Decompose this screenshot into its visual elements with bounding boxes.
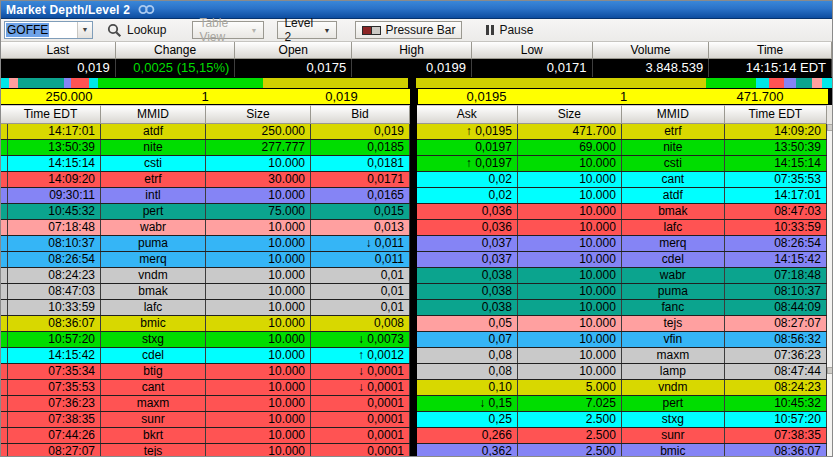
table-row[interactable]: 07:36:23maxm10.0000,0001 [1, 396, 410, 412]
pressure-bar-icon [362, 26, 381, 35]
bid-pressure-segments [1, 78, 408, 88]
table-row[interactable]: 14:17:01atdf250.0000,019 [1, 124, 410, 140]
bid-time-cell: 10:33:59 [8, 300, 101, 315]
table-row[interactable]: 0,252.500stxg10:57:20 [417, 412, 827, 428]
table-row[interactable]: ↑ 0,019710.000csti14:15:14 [417, 156, 827, 172]
depth-header-cell[interactable]: MMID [622, 105, 725, 124]
table-row[interactable]: 14:15:42cdel10.000↑ 0,0012 [1, 348, 410, 364]
table-row[interactable]: 10:57:20stxg10.000↓ 0,0073 [1, 332, 410, 348]
ask-mmid-cell: cdel [622, 252, 725, 267]
bid-price-cell: ↓ 0,0073 [311, 332, 410, 347]
pressure-segment [64, 78, 71, 88]
table-row[interactable]: 0,0210.000atdf14:17:01 [417, 188, 827, 204]
table-row[interactable]: 0,0510.000tejs08:27:07 [417, 316, 827, 332]
table-row[interactable]: 09:30:11intl10.0000,0165 [1, 188, 410, 204]
table-row[interactable]: ↓ 0,157.025pert10:45:32 [417, 396, 827, 412]
ask-size-cell: 69.000 [518, 140, 622, 155]
bid-price-cell: 0,008 [311, 316, 410, 331]
bid-price-cell: 0,015 [311, 204, 410, 219]
table-row[interactable]: 0,0810.000lamp08:47:44 [417, 364, 827, 380]
table-row[interactable]: 08:24:23vndm10.0000,01 [1, 268, 410, 284]
combo-dropdown-arrow-icon[interactable]: ▼ [77, 22, 92, 38]
table-row[interactable]: 0,03610.000bmak08:47:03 [417, 204, 827, 220]
link-icon[interactable] [138, 4, 155, 15]
table-row[interactable]: 0,03810.000fanc08:44:09 [417, 300, 827, 316]
bid-time-cell: 07:35:53 [8, 380, 101, 395]
depth-header-cell[interactable]: Size [518, 105, 622, 124]
table-row[interactable]: 0,03610.000lafc10:33:59 [417, 220, 827, 236]
table-row[interactable]: 0,03710.000merq08:26:54 [417, 236, 827, 252]
ask-time-cell: 08:27:07 [725, 316, 827, 331]
depth-header-cell[interactable]: Size [206, 105, 311, 124]
bid-size-cell: 10.000 [206, 380, 311, 395]
ask-price-cell: 0,036 [417, 220, 518, 235]
table-row[interactable]: 07:35:53cant10.000↓ 0,0001 [1, 380, 410, 396]
quote-header-cell[interactable]: Change [116, 42, 236, 59]
table-row[interactable]: 0,03710.000cdel14:15:42 [417, 252, 827, 268]
symbol-combobox[interactable]: GOFFE ▼ [4, 21, 93, 39]
table-row[interactable]: 14:15:14csti10.0000,0181 [1, 156, 410, 172]
table-row[interactable]: 0,0810.000maxm07:36:23 [417, 348, 827, 364]
scrollbar-up-arrow[interactable] [827, 124, 832, 131]
ask-mmid-cell: cant [622, 172, 725, 187]
bid-size-cell: 10.000 [206, 236, 311, 251]
lookup-button[interactable]: Lookup [107, 23, 166, 38]
depth-header-cell[interactable]: MMID [101, 105, 206, 124]
ask-time-cell: 13:50:39 [725, 140, 827, 155]
table-row[interactable]: 08:10:37puma10.000↓ 0,011 [1, 236, 410, 252]
table-row[interactable]: 14:09:20etrf30.0000,0171 [1, 172, 410, 188]
table-row[interactable]: 08:47:03bmak10.0000,01 [1, 284, 410, 300]
pressure-segment [98, 78, 263, 88]
table-row[interactable]: 0,0210.000cant07:35:53 [417, 172, 827, 188]
table-row[interactable]: 0,03810.000puma08:10:37 [417, 284, 827, 300]
table-row[interactable]: 0,0710.000vfin08:56:32 [417, 332, 827, 348]
scrollbar-thumb[interactable] [827, 367, 832, 374]
table-row[interactable]: 0,019769.000nite13:50:39 [417, 140, 827, 156]
table-row[interactable]: 08:26:54merq10.0000,011 [1, 252, 410, 268]
magnifier-icon [107, 23, 122, 38]
bid-size-cell: 10.000 [206, 364, 311, 379]
table-view-dropdown[interactable]: Table View ▼ [192, 21, 264, 39]
table-row[interactable]: ↑ 0,0195471.700etrf14:09:20 [417, 124, 827, 140]
quote-header-cell[interactable]: Time [709, 42, 832, 59]
table-row[interactable]: 07:44:26bkrt10.0000,0001 [1, 428, 410, 444]
quote-header-cell[interactable]: Low [472, 42, 593, 59]
depth-header-cell[interactable]: Time EDT [725, 105, 827, 124]
quote-header-cell[interactable]: Volume [593, 42, 710, 59]
table-row[interactable]: 10:45:32pert75.0000,015 [1, 204, 410, 220]
ask-price-cell: 0,10 [417, 380, 518, 395]
depth-header-cell[interactable]: Time EDT [1, 105, 101, 124]
title-bar: Market Depth/Level 2 [1, 1, 832, 19]
pause-button[interactable]: Pause [486, 23, 533, 37]
table-row[interactable]: 0,105.000vndm08:24:23 [417, 380, 827, 396]
depth-header-cell[interactable]: Bid [311, 105, 410, 124]
table-row[interactable]: 08:36:07bmic10.0000,008 [1, 316, 410, 332]
level-dropdown[interactable]: Level 2 ▼ [277, 21, 337, 39]
quote-header-cell[interactable]: Open [235, 42, 352, 59]
bid-time-cell: 08:10:37 [8, 236, 101, 251]
depth-header-cell[interactable]: Ask [417, 105, 518, 124]
table-row[interactable]: 08:27:07tejs10.0000,0001 [1, 444, 410, 457]
lookup-label: Lookup [127, 23, 166, 37]
bid-size-cell: 277.777 [206, 140, 311, 155]
ask-price-cell: ↓ 0,15 [417, 396, 518, 411]
inside-quote-row: 250.00010,019 0,01951471.700 [1, 89, 832, 105]
bid-price-cell: 0,0001 [311, 396, 410, 411]
table-row[interactable]: 0,3622.500bmic08:36:07 [417, 444, 827, 457]
row-gutter [1, 172, 8, 187]
symbol-input[interactable]: GOFFE [5, 22, 77, 38]
vertical-scrollbar[interactable] [827, 124, 832, 457]
bid-mmid-cell: puma [101, 236, 206, 251]
table-row[interactable]: 0,2662.500sunr07:38:35 [417, 428, 827, 444]
table-row[interactable]: 13:50:39nite277.7770,0185 [1, 140, 410, 156]
quote-header-cell[interactable]: Last [1, 42, 116, 59]
pressure-bar-toggle[interactable]: Pressure Bar [355, 21, 462, 39]
table-row[interactable]: 07:38:35sunr10.0000,0001 [1, 412, 410, 428]
table-row[interactable]: 10:33:59lafc10.0000,01 [1, 300, 410, 316]
table-row[interactable]: 07:35:34btig10.000↓ 0,0001 [1, 364, 410, 380]
quote-header-cell[interactable]: High [352, 42, 472, 59]
center-divider [408, 77, 416, 89]
ask-price-cell: 0,266 [417, 428, 518, 443]
table-row[interactable]: 0,03810.000wabr07:18:48 [417, 268, 827, 284]
table-row[interactable]: 07:18:48wabr10.0000,013 [1, 220, 410, 236]
